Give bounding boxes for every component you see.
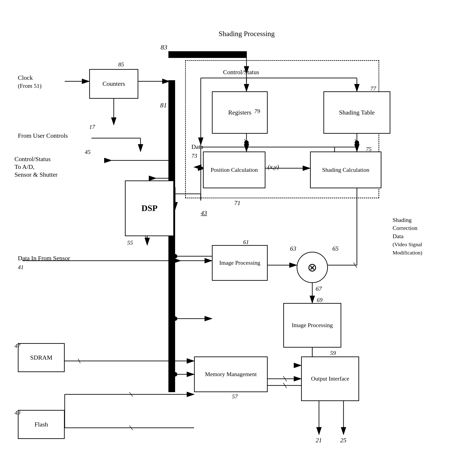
data-inner-label: Data (191, 143, 203, 151)
image-processing-2-label: Image Processing (292, 321, 333, 329)
counters-box: Counters (89, 69, 138, 99)
sensor-shutter-label: Sensor & Shutter (14, 170, 57, 179)
output-25: 25 (340, 437, 346, 444)
svg-line-51 (145, 236, 148, 241)
image-processing-2-box: Image Processing (283, 303, 341, 348)
dsp-num: 55 (127, 240, 133, 246)
position-calc-box: Position Calculation (203, 151, 266, 188)
num-43: 43 (201, 210, 207, 217)
num-71: 71 (234, 200, 241, 207)
shading-calc-label: Shading Calculation (322, 166, 369, 174)
registers-label: Registers (228, 108, 251, 116)
svg-rect-20 (168, 236, 175, 392)
multiply-symbol: ⊗ (297, 252, 328, 283)
to-ad-label: To A/D, (14, 163, 34, 171)
flash-label: Flash (34, 421, 48, 428)
shading-calc-num: 75 (366, 146, 372, 153)
image-processing-2-num: 69 (317, 297, 322, 304)
num-67: 67 (316, 285, 322, 292)
output-21: 21 (316, 437, 322, 444)
control-status-label: Control/Status (14, 155, 51, 163)
dsp-box: DSP (125, 180, 174, 236)
sdram-num: 47 (14, 343, 20, 349)
image-processing-1-num: 61 (243, 239, 249, 245)
position-calc-label: Position Calculation (210, 166, 258, 174)
from-user-controls-num: 17 (89, 124, 95, 130)
sdram-label: SDRAM (30, 354, 52, 362)
shading-table-box: Shading Table (323, 91, 390, 134)
xy-label: (x,y) (268, 163, 279, 171)
shading-table-label: Shading Table (339, 108, 375, 116)
data-in-label: Data In From Sensor (18, 254, 70, 263)
memory-management-box: Memory Management (194, 357, 268, 392)
num-63: 63 (290, 245, 296, 252)
from-user-controls-label: From User Controls (18, 131, 68, 140)
registers-num: 79 (254, 108, 260, 115)
num-65: 65 (332, 245, 339, 252)
memory-management-num: 57 (232, 393, 238, 400)
image-processing-1-box: Image Processing (212, 245, 268, 281)
shading-table-num: 77 (370, 85, 376, 92)
bus-num-81: 81 (160, 101, 167, 109)
clock-label: Clock (18, 74, 33, 82)
clock-from-label: (From 51) (18, 82, 42, 90)
control-status-num: 45 (85, 149, 90, 156)
position-calc-num: 73 (191, 153, 197, 159)
shading-processing-label: Shading Processing (219, 29, 275, 39)
svg-point-22 (173, 254, 177, 258)
image-processing-1-label: Image Processing (219, 259, 260, 267)
dsp-label: DSP (141, 203, 157, 214)
sdram-box: SDRAM (18, 343, 65, 372)
shading-correction-label: ShadingCorrectionData (Video SignalModif… (393, 216, 422, 257)
svg-point-24 (173, 316, 177, 321)
data-in-num: 41 (18, 264, 24, 271)
flash-num: 49 (14, 410, 20, 416)
output-interface-box: Output Interface (301, 357, 359, 401)
counters-num: 85 (118, 61, 124, 68)
memory-management-label: Memory Management (205, 370, 257, 378)
shading-calc-box: Shading Calculation (310, 151, 381, 188)
output-interface-num: 59 (330, 350, 336, 357)
flash-box: Flash (18, 410, 65, 439)
svg-point-26 (173, 372, 177, 377)
control-status-inner-label: Control/Status (223, 68, 259, 76)
bus-num-83: 83 (161, 43, 167, 51)
counters-label: Counters (102, 80, 125, 88)
output-interface-label: Output Interface (311, 375, 349, 382)
